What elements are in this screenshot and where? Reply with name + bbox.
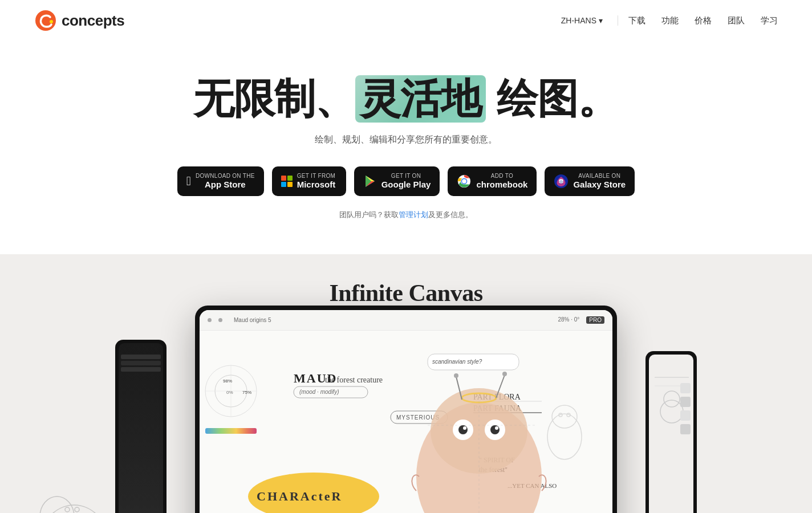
svg-rect-70	[680, 383, 691, 393]
svg-text:98%: 98%	[223, 378, 232, 384]
svg-point-7	[37, 505, 111, 513]
tablet-screen: Maud origins 5 28% · 0° PRO	[200, 310, 612, 513]
hero-title: 无限制、灵活地 绘图。	[11, 75, 801, 123]
googleplay-sub: GET IT ON	[381, 173, 431, 180]
nav-pricing[interactable]: 价格	[695, 15, 712, 26]
svg-point-4	[462, 179, 467, 184]
nav-area: ZH-HANS ▾ 下载 功能 价格 团队 学习	[557, 14, 778, 27]
nav-team[interactable]: 团队	[728, 15, 745, 26]
svg-point-52	[495, 426, 498, 430]
apple-icon: 	[186, 174, 191, 189]
galaxystore-button[interactable]: Available on Galaxy Store	[545, 166, 635, 196]
svg-text:scandinavian style?: scandinavian style?	[432, 359, 482, 365]
logo-text: concepts	[62, 12, 124, 30]
hero-section: 无限制、灵活地 绘图。 绘制、规划、编辑和分享您所有的重要创意。  Downl…	[0, 41, 812, 243]
team-note-prefix: 团队用户吗？获取	[339, 210, 399, 219]
right-tablet-sketch	[649, 355, 693, 513]
hero-title-highlight: 灵活地	[355, 75, 486, 123]
tablet-left	[115, 340, 167, 513]
lang-selector[interactable]: ZH-HANS ▾	[557, 14, 607, 27]
svg-rect-71	[680, 397, 691, 407]
appstore-button[interactable]:  Download on the App Store	[177, 166, 264, 196]
hero-title-part1: 无限制、	[193, 76, 355, 121]
svg-text:CHARActeR: CHARActeR	[257, 489, 342, 503]
appstore-name: App Store	[196, 180, 255, 190]
toolbar-dot1	[208, 318, 212, 322]
galaxystore-name: Galaxy Store	[573, 180, 626, 190]
tablet-right-screen	[649, 355, 693, 513]
chromebook-button[interactable]: add to chromebook	[448, 166, 537, 196]
team-note: 团队用户吗？获取管理计划及更多信息。	[11, 210, 801, 220]
toolbar-right: 28% · 0° PRO	[558, 316, 604, 324]
nav-links: 下载 功能 价格 团队 学习	[628, 15, 778, 26]
svg-text:0%: 0%	[226, 390, 233, 395]
microsoft-sub: Get it from	[297, 173, 336, 180]
nav-divider	[618, 15, 618, 26]
microsoft-name: Microsoft	[297, 180, 336, 190]
toolbar-filename: Maud origins 5	[234, 317, 271, 323]
svg-point-49	[458, 425, 468, 434]
microsoft-btn-inner: Get it from Microsoft	[297, 173, 336, 190]
svg-point-50	[490, 425, 500, 434]
appstore-btn-inner: Download on the App Store	[196, 173, 255, 190]
googleplay-icon	[363, 174, 377, 188]
tablet-main: Maud origins 5 28% · 0° PRO	[195, 306, 617, 513]
chrome-icon	[457, 174, 472, 189]
microsoft-button[interactable]: Get it from Microsoft	[272, 166, 346, 196]
svg-point-55	[454, 373, 458, 378]
svg-point-10	[75, 507, 79, 512]
svg-rect-73	[680, 424, 691, 434]
svg-text:the forest creature: the forest creature	[325, 376, 383, 384]
svg-point-8	[40, 496, 74, 513]
svg-text:(mood · modify): (mood · modify)	[299, 389, 339, 395]
tablet-right	[645, 351, 697, 513]
store-buttons:  Download on the App Store Get it from …	[11, 166, 801, 196]
sketch-svg: 0% 75% 98%	[200, 331, 612, 513]
canvas-section-title: Infinite Canvas	[0, 254, 812, 307]
toolbar-zoom: 28% · 0°	[558, 316, 579, 324]
googleplay-button[interactable]: GET IT ON Google Play	[354, 166, 440, 196]
svg-point-69	[664, 391, 680, 407]
googleplay-btn-inner: GET IT ON Google Play	[381, 173, 431, 190]
team-note-suffix: 及更多信息。	[428, 210, 473, 219]
nav-learn[interactable]: 学习	[761, 15, 778, 26]
galaxystore-btn-inner: Available on Galaxy Store	[573, 173, 626, 190]
ms-icon	[281, 176, 293, 187]
svg-rect-22	[205, 428, 257, 434]
lang-label: ZH-HANS	[561, 16, 596, 25]
hero-title-part2: 绘图。	[486, 76, 618, 121]
galaxystore-sub: Available on	[573, 173, 626, 180]
tablet-left-screen	[119, 343, 163, 513]
canvas-devices: Maud origins 5 28% · 0° PRO	[149, 317, 663, 513]
svg-point-57	[502, 372, 507, 376]
hero-subtitle: 绘制、规划、编辑和分享您所有的重要创意。	[11, 134, 801, 146]
svg-rect-72	[680, 410, 691, 421]
svg-point-51	[463, 426, 466, 430]
chevron-down-icon: ▾	[599, 16, 603, 25]
header: concepts ZH-HANS ▾ 下载 功能 价格 团队 学习	[0, 0, 812, 41]
logo-area: concepts	[34, 9, 124, 32]
chromebook-sub: add to	[476, 173, 527, 180]
chromebook-btn-inner: add to chromebook	[476, 173, 527, 190]
svg-point-9	[65, 507, 70, 512]
googleplay-name: Google Play	[381, 180, 431, 190]
svg-point-1	[50, 20, 53, 23]
appstore-sub: Download on the	[196, 173, 255, 180]
concepts-logo-icon	[34, 9, 57, 32]
sketch-content: 0% 75% 98%	[200, 331, 612, 513]
chromebook-name: chromebook	[476, 180, 527, 190]
team-note-link[interactable]: 管理计划	[399, 210, 428, 219]
svg-text:75%: 75%	[242, 390, 251, 395]
nav-download[interactable]: 下载	[628, 15, 645, 26]
canvas-section: Infinite Canvas the lo... one	[0, 254, 812, 513]
nav-features[interactable]: 功能	[661, 15, 679, 26]
toolbar-dot2	[218, 318, 222, 322]
svg-point-68	[660, 400, 683, 423]
tablet-toolbar: Maud origins 5 28% · 0° PRO	[200, 310, 612, 331]
galaxy-icon	[554, 174, 569, 189]
toolbar-pro: PRO	[586, 316, 604, 324]
